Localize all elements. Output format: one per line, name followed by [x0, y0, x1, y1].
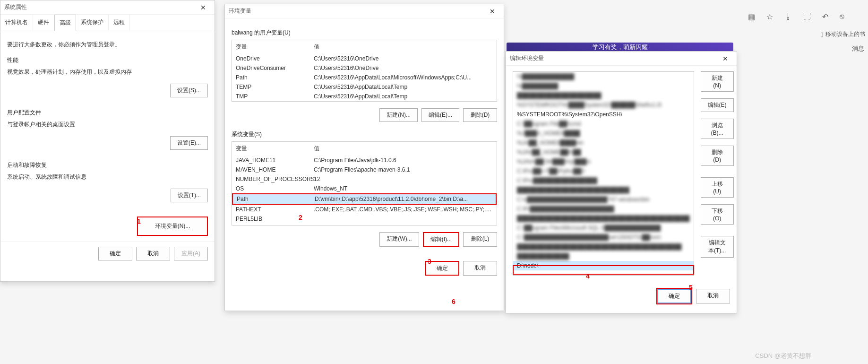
table-row[interactable]: OneDriveConsumerC:\Users\52316\OneDrive — [232, 63, 497, 73]
undo-icon[interactable]: ↶ — [822, 12, 828, 21]
table-row[interactable]: OneDriveC:\Users\52316\OneDrive — [232, 54, 497, 63]
list-item[interactable]: %SYSTEMROOT%\████System32\██████Shell\v1… — [513, 100, 694, 110]
sys-vars-label: 系统变量(S) — [232, 130, 497, 139]
apply-button[interactable]: 应用(A) — [174, 247, 208, 260]
table-row[interactable]: PATHEXT.COM;.EXE;.BAT;.CMD;.VBS;.VBE;.JS… — [232, 205, 497, 214]
userprof-desc: 与登录帐户相关的桌面设置 — [7, 121, 208, 129]
list-item[interactable]: C:\s████████████████████747-windows\bin — [513, 195, 694, 204]
delete-button[interactable]: 删除(D) — [701, 146, 734, 166]
system-properties-dialog: 系统属性 ✕ 计算机名 硬件 高级 系统保护 远程 要进行大多数更改，你必须作为… — [0, 0, 215, 282]
list-item[interactable]: C:\█████████████████████ver\150\DTS\██mm… — [513, 233, 694, 242]
download-icon[interactable]: ⭳ — [784, 12, 792, 21]
table-row[interactable]: OSWindows_NT — [232, 184, 497, 193]
edit-env-var-dialog: 编辑环境变量 ✕ %█████████████%████████████████… — [506, 51, 737, 313]
list-item[interactable]: C:\██ogram File██t\cmd — [513, 119, 694, 129]
extension-icon[interactable]: ▦ — [748, 12, 755, 21]
ok-button[interactable]: 确定 — [98, 247, 132, 260]
table-row[interactable]: MAVEN_HOMEC:\Program Files\apache-maven-… — [232, 165, 497, 174]
ad-banner[interactable]: 学习有奖，萌新闪耀 — [507, 43, 733, 52]
list-item[interactable]: █████████████ — [513, 251, 694, 261]
user-vars-label: baiwang 的用户变量(U) — [232, 29, 497, 37]
star-icon[interactable]: ☆ — [766, 12, 773, 21]
dialog-title: 系统属性 — [4, 3, 27, 11]
recovery-title: 启动和故障恢复 — [7, 161, 208, 169]
close-icon[interactable]: ✕ — [485, 8, 500, 15]
anno-2: 2 — [299, 214, 302, 221]
path-list[interactable]: %█████████████%█████████████████████████… — [513, 71, 694, 276]
list-item[interactable]: C:\Pro██n F██\Pytho██3 — [513, 166, 694, 176]
edittext-button[interactable]: 编辑文本(T)... — [701, 236, 734, 258]
user-edit-button[interactable]: 编辑(E)... — [421, 108, 459, 122]
crop-icon[interactable]: ⛶ — [803, 12, 811, 21]
user-delete-button[interactable]: 删除(D) — [463, 108, 497, 122]
list-item[interactable]: D:\node\ — [513, 261, 694, 270]
list-item[interactable]: C:\Pro████████████████ — [513, 176, 694, 185]
msg-label: 消息 — [852, 44, 864, 53]
table-row[interactable]: PathC:\Users\52316\AppData\Local\Microso… — [232, 73, 497, 82]
movedown-button[interactable]: 下移(O) — [701, 204, 734, 225]
ok-button[interactable]: 确定 — [657, 289, 691, 303]
table-row[interactable]: PERL5LIB — [232, 214, 497, 224]
sys-delete-button[interactable]: 删除(L) — [463, 232, 497, 247]
watermark: CSDN @老黄不想胖 — [755, 352, 811, 360]
close-icon[interactable]: ✕ — [718, 55, 733, 62]
list-item[interactable]: %SYSTEMROOT%\System32\OpenSSH\ — [513, 110, 694, 119]
list-item[interactable]: %JAVA██OM███%\jr███in — [513, 157, 694, 166]
tab-advanced[interactable]: 高级 — [54, 15, 76, 31]
list-item[interactable]: █████████████████████ — [513, 91, 694, 100]
env-vars-button[interactable]: 环境变量(N)... — [137, 217, 208, 236]
sys-new-button[interactable]: 新建(W)... — [379, 232, 419, 247]
anno-1: 1 — [137, 217, 141, 225]
list-item[interactable]: %█████████████ — [513, 72, 694, 81]
sys-edit-button[interactable]: 编辑(I)... — [423, 232, 459, 247]
sys-vars-table[interactable]: 变量 值 JAVA_HOME11C:\Program Files\Java\jd… — [232, 141, 497, 225]
userprof-settings-button[interactable]: 设置(E)... — [170, 136, 208, 150]
list-item[interactable]: %JAV██_HOME██6\██ — [513, 147, 694, 157]
cancel-button[interactable]: 取消 — [696, 289, 730, 303]
list-item[interactable]: %J███A_HOME9████ — [513, 129, 694, 138]
cancel-button[interactable]: 取消 — [463, 261, 497, 276]
tab-remote[interactable]: 远程 — [109, 15, 130, 31]
phone-icon: ▯ — [820, 31, 824, 38]
col-val: 值 — [314, 145, 493, 153]
user-new-button[interactable]: 新建(N)... — [379, 108, 418, 122]
table-row[interactable]: TMPC:\Users\52316\AppData\Local\Temp — [232, 92, 497, 101]
close-icon[interactable]: ✕ — [196, 4, 211, 11]
admin-note: 要进行大多数更改，你必须作为管理员登录。 — [7, 41, 208, 49]
userprof-title: 用户配置文件 — [7, 109, 208, 117]
browse-button[interactable]: 浏览(B)... — [701, 119, 734, 139]
moveup-button[interactable]: 上移(U) — [701, 177, 734, 198]
tab-hardware[interactable]: 硬件 — [33, 15, 54, 31]
table-row[interactable]: TEMPC:\Users\52316\AppData\Local\Temp — [232, 82, 497, 92]
list-item[interactable]: ████████████████████████████████████████… — [513, 214, 694, 223]
anno-6: 6 — [452, 298, 455, 305]
list-item[interactable]: %JA██_HOME8████bin — [513, 138, 694, 147]
dialog-title: 编辑环境变量 — [510, 54, 544, 62]
device-bar: ▯ 移动设备上的书 — [817, 28, 868, 40]
cancel-button[interactable]: 取消 — [136, 247, 170, 260]
share-icon[interactable]: ⎋ — [840, 12, 844, 21]
table-row[interactable]: JAVA_HOME11C:\Program Files\Java\jdk-11.… — [232, 156, 497, 165]
new-button[interactable]: 新建(N) — [701, 71, 734, 92]
list-item[interactable]: ████████████████████████████████████████… — [513, 242, 694, 251]
perf-desc: 视觉效果，处理器计划，内存使用，以及虚拟内存 — [7, 68, 208, 76]
perf-settings-button[interactable]: 设置(S)... — [170, 84, 208, 97]
table-row[interactable]: PathD:\vm\bin\;D:\app\52316\product\11.2… — [232, 193, 497, 205]
user-vars-table[interactable]: 变量 值 OneDriveC:\Users\52316\OneDriveOneD… — [232, 40, 497, 102]
list-item[interactable]: C:\██ogram Files\Microsoft SQL S████████… — [513, 223, 694, 233]
list-item[interactable]: ████████████████████████████ — [513, 185, 694, 195]
tab-computername[interactable]: 计算机名 — [0, 15, 33, 31]
edit-button[interactable]: 编辑(E) — [701, 98, 734, 112]
list-item[interactable]: %█████████ — [513, 81, 694, 91]
env-vars-dialog: 环境变量 ✕ baiwang 的用户变量(U) 变量 值 OneDriveC:\… — [224, 4, 504, 311]
col-val: 值 — [314, 43, 493, 51]
col-var: 变量 — [236, 43, 314, 51]
browser-toolbar: ▦ ☆ ⭳ ⛶ ↶ ⎋ — [748, 12, 844, 21]
anno-5: 5 — [689, 284, 693, 291]
table-row[interactable]: PROCESSOR_ARCHITECTU...AMD64 — [232, 224, 497, 225]
dialog-title: 环境变量 — [229, 7, 251, 15]
tab-protection[interactable]: 系统保护 — [76, 15, 109, 31]
list-item[interactable]: C:\Pr█████████████████████ — [513, 204, 694, 214]
table-row[interactable]: NUMBER_OF_PROCESSORS12 — [232, 174, 497, 184]
recovery-settings-button[interactable]: 设置(T)... — [171, 189, 208, 202]
